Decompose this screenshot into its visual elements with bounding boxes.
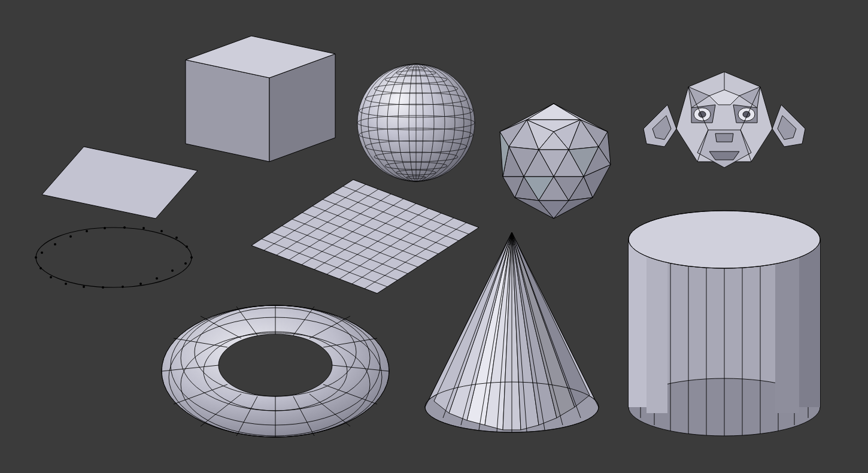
svg-rect-187 <box>799 239 820 407</box>
svg-point-13 <box>69 235 72 238</box>
svg-point-8 <box>160 230 163 232</box>
svg-point-22 <box>122 286 124 288</box>
svg-rect-185 <box>647 239 667 413</box>
svg-point-14 <box>54 243 56 245</box>
svg-point-12 <box>86 230 88 232</box>
svg-rect-184 <box>629 239 647 407</box>
svg-marker-94 <box>715 134 733 142</box>
svg-point-19 <box>65 283 67 285</box>
svg-point-23 <box>139 283 142 285</box>
svg-point-26 <box>184 262 187 265</box>
svg-point-17 <box>40 267 42 269</box>
svg-point-24 <box>156 277 158 280</box>
svg-point-188 <box>629 211 820 268</box>
svg-point-11 <box>104 227 106 229</box>
svg-point-7 <box>175 236 178 239</box>
object-cylinder[interactable] <box>620 198 829 443</box>
3d-viewport[interactable] <box>0 0 868 473</box>
svg-point-10 <box>123 226 126 229</box>
object-uv-sphere[interactable] <box>353 60 479 186</box>
svg-marker-49 <box>527 104 581 120</box>
object-monkey[interactable] <box>632 63 817 177</box>
svg-point-9 <box>142 227 145 229</box>
svg-point-16 <box>35 256 37 259</box>
svg-point-15 <box>41 251 43 254</box>
object-cube[interactable] <box>174 18 341 168</box>
svg-point-6 <box>186 245 188 248</box>
object-cone[interactable] <box>419 228 605 443</box>
svg-rect-186 <box>775 239 799 413</box>
svg-point-25 <box>171 269 174 272</box>
object-ico-sphere[interactable] <box>491 99 617 225</box>
svg-point-5 <box>190 256 193 259</box>
svg-point-21 <box>102 286 104 289</box>
svg-point-18 <box>50 276 52 278</box>
object-torus[interactable] <box>153 281 398 455</box>
svg-point-4 <box>36 228 192 287</box>
svg-point-121 <box>218 334 332 396</box>
svg-point-20 <box>83 286 85 288</box>
